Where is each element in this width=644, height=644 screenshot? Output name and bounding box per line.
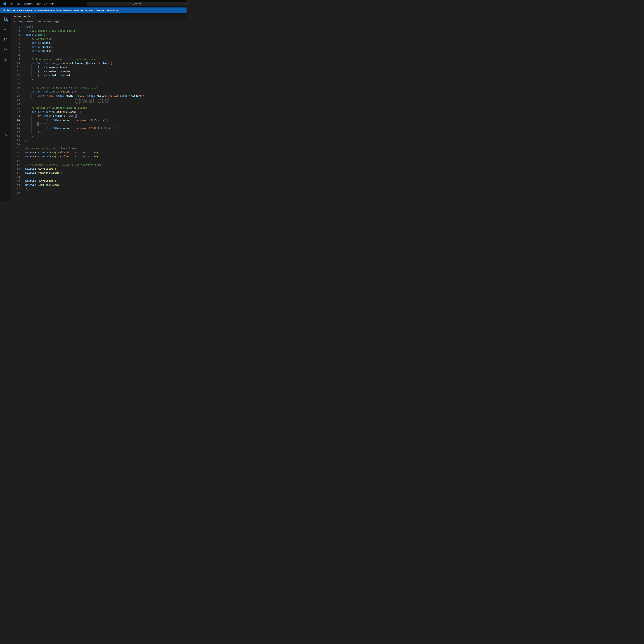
- run-debug-icon[interactable]: [2, 46, 8, 52]
- line-number: 26: [11, 126, 20, 130]
- code-line[interactable]: 14}: [11, 78, 187, 82]
- code-line[interactable]: 13$this->nilai = $nilai;: [11, 73, 187, 78]
- code-line[interactable]: 6public $kelas;: [11, 45, 187, 49]
- line-content: // Metode untuk menentukan kelulusan: [20, 106, 87, 110]
- line-content: $siswa1->cekKelulusan();: [20, 171, 62, 175]
- code-line[interactable]: 24echo "$this->nama dinyatakan LULUS.<br…: [11, 118, 187, 122]
- extensions-icon[interactable]: [2, 56, 8, 63]
- code-line[interactable]: 29}: [11, 138, 187, 142]
- line-number: 36: [11, 167, 20, 171]
- line-content: // Metode untuk menampilkan informasi si…: [20, 86, 98, 90]
- learn-more-link[interactable]: Learn More: [107, 9, 118, 12]
- manage-link[interactable]: Manage: [96, 9, 104, 12]
- code-line[interactable]: 27}: [11, 130, 187, 134]
- account-icon[interactable]: [2, 131, 8, 137]
- code-line[interactable]: 9// Constructor untuk inisialisasi objek…: [11, 57, 187, 61]
- menu-view[interactable]: View: [34, 2, 42, 6]
- chevron-right-icon: ›: [42, 21, 42, 23]
- line-content: ?>: [20, 187, 28, 191]
- code-line[interactable]: 37$siswa1->cekKelulusan();: [11, 171, 187, 175]
- activity-bar: 1: [0, 13, 11, 201]
- code-line[interactable]: 21// Metode untuk menentukan kelulusan: [11, 106, 187, 110]
- code-line[interactable]: 26echo "$this->nama dinyatakan TIDAK LUL…: [11, 126, 187, 130]
- code-line[interactable]: 4// Atributnya: [11, 37, 187, 41]
- code-line[interactable]: 12$this->kelas = $kelas;: [11, 69, 187, 74]
- breadcrumb-item[interactable]: contohopp.php: [47, 21, 59, 23]
- code-line[interactable]: 3class Siswa {: [11, 33, 187, 37]
- code-line[interactable]: 39$siswa2->infoSiswa();: [11, 179, 187, 183]
- line-content: [20, 102, 31, 106]
- code-line[interactable]: 19}: [11, 98, 187, 102]
- nav-arrows: ← →: [73, 2, 82, 5]
- search-box[interactable]: Search: [87, 2, 187, 6]
- tab-bar: contohopp.php ●: [11, 13, 187, 19]
- menu-go[interactable]: Go: [42, 2, 48, 6]
- line-content: }: [20, 138, 27, 142]
- menu-edit[interactable]: Edit: [15, 2, 22, 6]
- breadcrumb-item[interactable]: htdocs: [27, 21, 33, 23]
- code-line[interactable]: 5public $nama;: [11, 41, 187, 45]
- code-line[interactable]: 1<?php: [11, 25, 187, 29]
- line-number: 12: [11, 69, 20, 74]
- indent-guide: [31, 73, 38, 78]
- code-line[interactable]: 7public $nilai;: [11, 49, 187, 53]
- indent-guide: [25, 130, 31, 134]
- line-content: public function cekKelulusan() {: [20, 110, 81, 114]
- code-line[interactable]: 17public function infoSiswa() {: [11, 90, 187, 94]
- line-content: // Membuat objek dari class Siswa: [20, 146, 76, 151]
- code-line[interactable]: 40$siswa2->cekKelulusan();: [11, 183, 187, 187]
- code-line[interactable]: 36$siswa1->infoSiswa();: [11, 167, 187, 171]
- indent-guide: [38, 118, 44, 122]
- code-line[interactable]: 22public function cekKelulusan() {: [11, 110, 187, 114]
- code-line[interactable]: 25} else {: [11, 122, 187, 126]
- line-number: 14: [11, 78, 20, 82]
- line-number: 1: [11, 25, 20, 29]
- wave-icon[interactable]: [2, 139, 8, 145]
- code-line[interactable]: 38: [11, 175, 187, 179]
- code-line[interactable]: 23if ($this->nilai >= 75) {: [11, 114, 187, 118]
- code-line[interactable]: 35// Memanggil metode infoSiswa() dan ce…: [11, 163, 187, 167]
- indent-guide: [31, 94, 38, 98]
- line-content: class Siswa {: [20, 33, 45, 37]
- title-bar: FileEditSelectionViewGoRun··· ← → Search: [0, 0, 187, 7]
- modified-dot-icon[interactable]: ●: [32, 15, 33, 17]
- tab-contohopp-php[interactable]: contohopp.php ●: [12, 13, 36, 19]
- code-line[interactable]: 18echo "Nama: $this->nama, Kelas: $this-…: [11, 94, 187, 98]
- breadcrumb-item[interactable]: xampp: [19, 21, 25, 23]
- line-content: // Buat sebuah class untuk siswa: [20, 29, 75, 33]
- code-editor[interactable]: 1<?php2// Buat sebuah class untuk siswa3…: [11, 24, 187, 201]
- nav-back-button[interactable]: ←: [73, 2, 76, 5]
- explorer-icon[interactable]: 1: [2, 16, 8, 22]
- indent-guide: [31, 118, 38, 122]
- code-line[interactable]: 11$this->nama = $nama;: [11, 65, 187, 69]
- code-line[interactable]: 8: [11, 53, 187, 57]
- search-icon[interactable]: [2, 26, 8, 32]
- line-content: $siswa1 = new Siswa("Walictd", "XII IPA …: [20, 151, 100, 155]
- code-line[interactable]: 20: [11, 102, 187, 106]
- line-number: 39: [11, 179, 20, 183]
- code-line[interactable]: 41?>: [11, 187, 187, 191]
- code-line[interactable]: 33$siswa2 = new Siswa("Cymolan", "XII IP…: [11, 155, 187, 159]
- menu-run[interactable]: Run: [48, 2, 56, 6]
- source-control-icon[interactable]: [2, 36, 8, 42]
- code-line[interactable]: 31// Membuat objek dari class Siswa: [11, 146, 187, 151]
- menu-selection[interactable]: Selection: [22, 2, 34, 6]
- menu-overflow[interactable]: ···: [56, 2, 61, 6]
- code-line[interactable]: 16// Metode untuk menampilkan informasi …: [11, 86, 187, 90]
- line-number: 11: [11, 65, 20, 69]
- indent-guide: [25, 110, 31, 114]
- indent-guide: [25, 98, 31, 102]
- breadcrumb-item[interactable]: PHP3: [36, 21, 41, 23]
- code-line[interactable]: 30: [11, 142, 187, 147]
- line-number: 41: [11, 187, 20, 191]
- code-line[interactable]: 10public function __construct($nama, $ke…: [11, 61, 187, 65]
- breadcrumb-item[interactable]: C:: [14, 21, 16, 23]
- code-line[interactable]: 42: [11, 191, 187, 195]
- code-line[interactable]: 32$siswa1 = new Siswa("Walictd", "XII IP…: [11, 151, 187, 155]
- menu-file[interactable]: File: [8, 2, 15, 6]
- code-line[interactable]: 2// Buat sebuah class untuk siswa: [11, 29, 187, 33]
- code-line[interactable]: 34: [11, 159, 187, 163]
- code-line[interactable]: 15: [11, 82, 187, 86]
- nav-forward-button[interactable]: →: [79, 2, 82, 5]
- code-line[interactable]: 28}: [11, 134, 187, 138]
